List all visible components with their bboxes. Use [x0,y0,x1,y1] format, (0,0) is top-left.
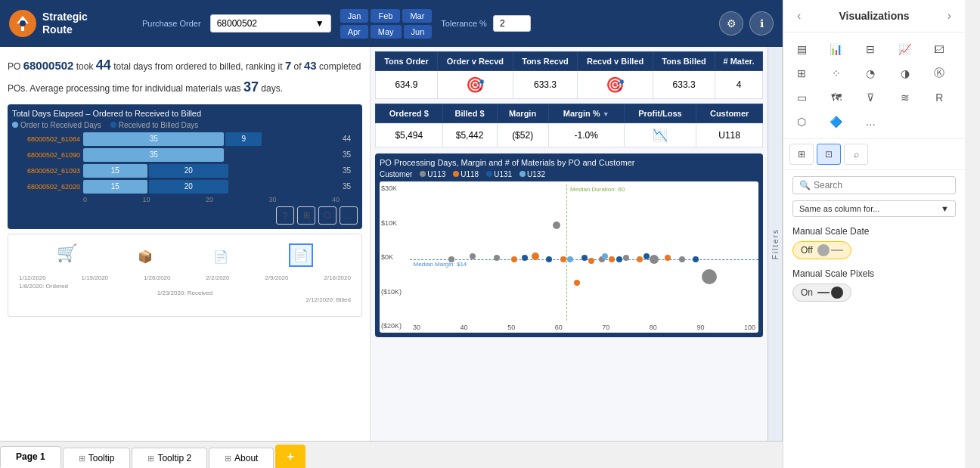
bar-track: 35 9 [83,132,340,146]
toggle-on-label: On [801,287,813,298]
viz-special-3[interactable]: ⌕ [844,144,868,165]
toggle-on-control[interactable]: On [792,284,851,302]
cell-profit-loss: 📉 [624,123,696,147]
viz-icon-table[interactable]: ⊟ [858,39,882,60]
filters-panel[interactable]: Filters [768,47,783,441]
bar-label: 68000502_62020 [12,183,80,191]
scatter-section: PO Processing Days, Margin and # of Mate… [375,153,763,337]
col-profit-loss: Profit/Loss [624,104,696,123]
svg-point-1 [20,20,26,26]
bar-chart: 68000502_61084 35 9 44 68000502_61090 35 [12,132,358,203]
viz-title: Visualizations [839,10,909,22]
bar-row: 68000502_62020 15 20 35 [12,180,358,194]
viz-icon-pie[interactable]: ◔ [858,63,882,84]
bar-chart-section: Total Days Elapsed – Ordered to Received… [8,104,362,229]
tolerance-input[interactable] [493,15,531,32]
viz-prev-button[interactable]: ‹ [792,8,805,24]
viz-icon-funnel[interactable]: ⊽ [858,87,882,108]
bar-total: 44 [343,135,358,143]
apr-button[interactable]: Apr [340,25,368,39]
feb-button[interactable]: Feb [371,9,400,23]
help-button[interactable]: ? [276,206,294,225]
viz-icon-shape-map[interactable]: 🔷 [824,111,848,132]
bar-dark: 20 [149,180,228,194]
po-number: 68000502 [23,59,74,72]
chart-title: Total Days Elapsed – Ordered to Received… [12,109,358,118]
jan-button[interactable]: Jan [340,9,369,23]
manual-scale-pixels-label: Manual Scale Pixels [792,268,956,279]
timeline-selected-box: 📄 [289,243,313,267]
bar-dark: 9 [225,132,261,146]
jun-button[interactable]: Jun [404,25,433,39]
viz-next-button[interactable]: › [943,8,956,24]
viz-icon-map[interactable]: 🗺 [824,87,848,108]
cell-margin: ($52) [497,123,548,147]
info-icon-btn[interactable]: ℹ [749,11,774,36]
chart-legend: Order to Received Days Received to Bille… [12,121,358,129]
viz-icon-scatter[interactable]: ⁘ [824,63,848,84]
column-dropdown[interactable]: Same as column for... ▼ [792,200,956,217]
viz-icon-area[interactable]: 🗠 [927,39,951,60]
total-num: 43 [304,59,317,72]
viz-icon-filled-map[interactable]: ⬡ [789,111,814,132]
tab-page1[interactable]: Page 1 [0,446,61,468]
bar-total: 35 [343,182,358,191]
cell-billed: $5,442 [442,123,497,147]
viz-special-2[interactable]: ⊡ [817,144,841,165]
toggle-off-knob [817,244,830,256]
cell-mater: 4 [715,71,763,99]
upper-table: Tons Order Order v Recvd Tons Recvd Recv… [375,51,763,99]
summary-text: PO 68000502 took 44 total days from orde… [8,54,362,98]
tolerance-label: Tolerance % [441,19,487,28]
cell-customer: U118 [696,123,763,147]
viz-header: ‹ Visualizations › [783,0,965,33]
scatter-plot: $30K$10K$0K($10K)($20K) Median Margin: $… [380,181,758,333]
viz-icons-grid: ▤ 📊 ⊟ 📈 🗠 ⊞ ⁘ ◔ ◑ Ⓚ ▭ 🗺 ⊽ ≋ R ⬡ 🔷 … [783,33,965,139]
dropdown-value: Same as column for... [799,204,879,213]
manual-scale-date-label: Manual Scale Date [792,226,956,237]
logo-icon [9,10,36,37]
viz-icon-line[interactable]: 📈 [893,39,917,60]
axis-row: 010203040 [12,196,358,203]
dropdown-arrow-icon: ▼ [315,18,324,29]
po-dropdown[interactable]: 68000502 ▼ [210,14,331,33]
mar-button[interactable]: Mar [402,9,432,23]
left-content: PO 68000502 took 44 total days from orde… [0,47,371,441]
tab-tooltip[interactable]: ⊞ Tooltip [63,448,131,468]
tab-tooltip2[interactable]: ⊞ Tooltip 2 [132,448,207,468]
filter-icon-btn[interactable]: ⚙ [719,11,743,36]
bar-label: 68000502_61090 [12,151,80,159]
viz-icon-stacked-bar[interactable]: ▤ [789,39,814,60]
bar-label: 68000502_61093 [12,167,80,175]
filter-button[interactable]: ⊞ [297,206,315,225]
may-button[interactable]: May [371,25,402,39]
tab-page1-label: Page 1 [16,451,45,462]
col-billed: Billed $ [442,104,497,123]
viz-icon-more[interactable]: … [858,111,882,132]
right-content: Tons Order Order v Recvd Tons Recvd Recv… [371,47,768,441]
tab-add-button[interactable]: + [275,445,305,468]
days-count: 44 [96,57,111,73]
cell-tons-billed: 633.3 [653,71,715,99]
more-button[interactable]: … [340,206,358,225]
search-input[interactable] [814,180,949,191]
col-margin: Margin [497,104,548,123]
viz-icon-card[interactable]: ▭ [789,87,814,108]
viz-icon-grid[interactable]: ⊞ [789,63,814,84]
cell-tons-recvd: 633.3 [513,71,577,99]
toggle-off-control[interactable]: Off [792,241,851,259]
po-value: 68000502 [217,18,257,29]
viz-icon-kpi[interactable]: Ⓚ [927,63,951,84]
col-tons-recvd: Tons Recvd [513,52,577,71]
viz-special-1[interactable]: ⊞ [789,144,814,165]
bar-track: 15 20 [83,180,340,194]
trend-down-icon: 📉 [653,129,668,141]
viz-icon-gauge[interactable]: ◑ [893,63,917,84]
viz-icon-ribbon[interactable]: R [927,87,951,108]
viz-icon-bar[interactable]: 📊 [824,39,848,60]
bar-dark: 20 [149,164,228,178]
tooltip2-icon: ⊞ [147,454,154,463]
viz-icon-waterfall[interactable]: ≋ [893,87,917,108]
export-button[interactable]: ⬡ [318,206,336,225]
tab-about[interactable]: ⊞ About [209,448,274,468]
